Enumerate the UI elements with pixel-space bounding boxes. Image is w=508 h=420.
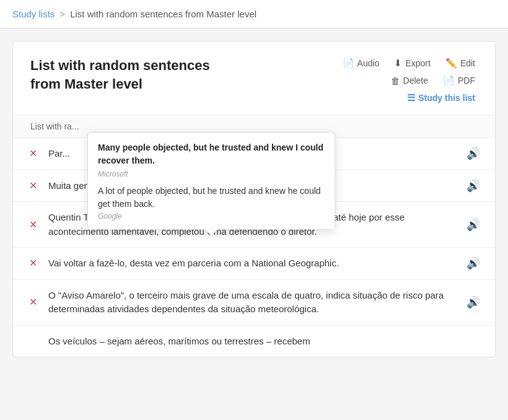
card-actions: 📄 Audio ⬇ Export ✏️ Edit 🗑 Delete	[340, 56, 478, 105]
export-button[interactable]: ⬇ Export	[392, 56, 432, 70]
study-list-button[interactable]: ☰ Study this list	[405, 91, 478, 105]
audio-button[interactable]: 📄 Audio	[340, 56, 382, 70]
audio-icon: 📄	[343, 58, 354, 69]
main-card: List with random sentences from Master l…	[12, 41, 496, 357]
list-item: ✕ Vai voltar a fazê-lo, desta vez em par…	[13, 248, 495, 280]
list-icon: ☰	[407, 92, 415, 103]
remove-button[interactable]: ✕	[28, 219, 38, 231]
trash-icon: 🗑	[391, 76, 400, 86]
audio-play-button[interactable]: 🔊	[466, 295, 480, 309]
item-text: Vai voltar a fazê-lo, desta vez em parce…	[48, 256, 457, 271]
pdf-button[interactable]: 📄 PDF	[440, 74, 478, 87]
list-item: ✕ Par... Many people objected, but he tr…	[13, 138, 495, 170]
card-title: List with random sentences from Master l…	[30, 56, 229, 93]
remove-button[interactable]: ✕	[28, 257, 38, 269]
card-header: List with random sentences from Master l…	[13, 42, 495, 115]
pdf-icon: 📄	[443, 75, 455, 86]
remove-button[interactable]: ✕	[28, 180, 38, 192]
tooltip-translation: A lot of people objected, but he trusted…	[98, 185, 325, 211]
remove-button[interactable]: ✕	[28, 296, 38, 308]
breadcrumb-separator: >	[59, 9, 65, 19]
audio-play-button[interactable]: 🔊	[466, 179, 480, 193]
tooltip-original-sentence: Many people objected, but he trusted and…	[98, 141, 325, 167]
tooltip-source-1: Microsoft	[98, 170, 325, 178]
tooltip-source-2: Google	[98, 212, 325, 221]
audio-play-button[interactable]: 🔊	[466, 218, 480, 232]
item-text: O "Aviso Amarelo", o terceiro mais grave…	[48, 289, 457, 317]
card-actions-row-3: ☰ Study this list	[405, 91, 478, 105]
card-actions-row-1: 📄 Audio ⬇ Export ✏️ Edit	[340, 56, 478, 70]
audio-play-button[interactable]: 🔊	[466, 256, 480, 270]
edit-button[interactable]: ✏️ Edit	[443, 56, 478, 70]
breadcrumb-current: List with random sentences from Master l…	[70, 9, 256, 19]
delete-button[interactable]: 🗑 Delete	[388, 74, 431, 87]
remove-button[interactable]: ✕	[28, 147, 38, 160]
item-text: Os veículos – sejam aéreos, marítimos ou…	[48, 335, 480, 349]
tooltip-popup: Many people objected, but he trusted and…	[87, 132, 335, 230]
edit-icon: ✏️	[445, 58, 457, 69]
audio-play-button[interactable]: 🔊	[466, 147, 480, 160]
export-icon: ⬇	[394, 58, 402, 69]
breadcrumb-link[interactable]: Study lists	[12, 9, 55, 19]
card-actions-row-2: 🗑 Delete 📄 PDF	[388, 74, 478, 87]
list-item: ✕ O "Aviso Amarelo", o terceiro mais gra…	[13, 280, 495, 326]
list-item: ✕ Os veículos – sejam aéreos, marítimos …	[13, 326, 495, 357]
breadcrumb: Study lists > List with random sentences…	[0, 0, 508, 28]
